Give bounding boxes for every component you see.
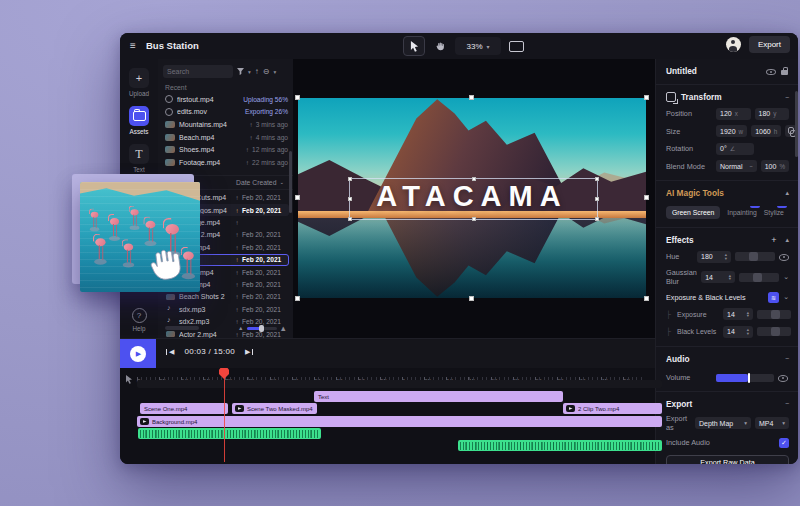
library-scrollbar[interactable] [289,151,292,213]
horizontal-scrollbar[interactable] [165,326,199,330]
collapse-icon[interactable]: − [785,94,789,101]
zoom-slider[interactable] [247,327,277,330]
playhead[interactable] [219,368,229,464]
slider-handle[interactable] [771,310,780,319]
ai-tool-button[interactable]: Inpainting [727,206,756,219]
export-container-select[interactable]: MP4▾ [755,417,789,429]
size-width-input[interactable]: 1920w [716,125,747,137]
slider-handle[interactable] [753,273,762,282]
recent-item[interactable]: Footage.mp4 ↑ 22 mins ago [165,156,288,169]
collapse-icon[interactable]: ▴ [785,189,789,197]
opacity-input[interactable]: 100% [761,160,789,172]
file-row[interactable]: Beach Shots 2 ↑ Feb 20, 2021 [164,291,289,303]
add-effect-icon[interactable]: + [771,235,776,245]
export-format-select[interactable]: Depth Map▾ [695,417,751,429]
filter-icon[interactable] [237,68,244,75]
frame-handle[interactable] [469,95,474,100]
recent-item[interactable]: Beach.mp4 ↑ 4 mins ago [165,131,288,144]
selection-handle[interactable] [472,217,476,221]
black-levels-slider[interactable] [757,327,791,336]
audio-clip[interactable] [138,428,321,439]
collapse-icon[interactable]: − [785,400,789,407]
frame-handle[interactable] [644,195,649,200]
file-row[interactable]: sdx.mp3 ↑ Feb 20, 2021 [164,303,289,315]
empty-track[interactable] [137,380,662,388]
recent-item[interactable]: Shoes.mp4 ↑ 12 mins ago [165,143,288,156]
fullscreen-button[interactable] [506,37,526,55]
recent-item[interactable]: firstout.mp4 ↑ Uploading 56% [165,93,288,106]
size-height-input[interactable]: 1060h [751,125,781,137]
slider-handle[interactable] [749,252,758,261]
blur-slider[interactable] [739,273,779,282]
sort-icon[interactable]: ⌄ [279,178,284,186]
effect-visibility-icon[interactable] [779,252,789,262]
collection-icon[interactable]: ⊖ [263,68,270,76]
ai-tool-button[interactable]: Stylize [764,206,784,219]
black-levels-input[interactable]: 14 ▴▾ [723,326,753,338]
thumbnail-zoom-control[interactable]: ▲ ▲ [238,324,287,333]
frame-handle[interactable] [644,296,649,301]
rail-item-text[interactable]: T Text [120,144,158,173]
hand-tool-button[interactable] [430,37,450,55]
volume-slider[interactable] [716,374,774,382]
exposure-slider[interactable] [757,310,791,319]
frame-handle[interactable] [644,95,649,100]
play-button[interactable]: ▶ [120,339,156,369]
clip-background[interactable]: Background.mp4 [137,416,662,427]
clip-two[interactable]: 2 Clip Two.mp4 [563,403,662,414]
clip-text[interactable]: Text [314,391,563,402]
recent-item[interactable]: Mountains.mp4 ↑ 3 mins ago [165,118,288,131]
skip-back-button[interactable]: ◀ [166,348,177,356]
hue-input[interactable]: 180 ▴▾ [697,251,731,263]
slider-handle[interactable] [771,327,780,336]
zoom-level-select[interactable]: 33% ▾ [455,37,501,55]
frame-handle[interactable] [469,296,474,301]
position-y-input[interactable]: 180y [755,108,790,120]
upload-icon[interactable]: ↑ [255,68,259,76]
help-button[interactable]: ? Help [120,308,158,332]
collection-dropdown-icon[interactable]: ▾ [273,68,276,76]
ai-tool-button[interactable]: Green Screen [666,206,720,219]
collapse-icon[interactable]: − [785,355,789,362]
selection-handle[interactable] [348,197,352,201]
blur-input[interactable]: 14 ▴▾ [701,271,735,283]
frame-handle[interactable] [295,195,300,200]
frame-handle[interactable] [295,296,300,301]
menu-icon[interactable]: ≡ [130,40,136,52]
clip-scene-two[interactable]: Scene Two Masked.mp4 [232,403,317,414]
blend-mode-select[interactable]: Normal− [716,160,757,172]
inspector-scrollbar[interactable] [795,91,798,157]
lock-icon[interactable] [781,67,789,76]
frame-handle[interactable] [295,95,300,100]
clip-scene-one[interactable]: Scene One.mp4 [140,403,228,414]
selection-handle[interactable] [595,177,599,181]
collapse-icon[interactable]: ▴ [785,236,789,244]
selection-handle[interactable] [595,217,599,221]
audio-clip[interactable] [458,440,662,451]
selection-handle[interactable] [595,197,599,201]
video-frame[interactable]: ATACAMA [298,98,646,298]
zoom-slider-handle[interactable] [259,325,264,332]
selection-handle[interactable] [472,177,476,181]
volume-handle[interactable] [748,373,751,383]
selection-handle[interactable] [348,217,352,221]
chevron-down-icon[interactable]: ⌄ [783,293,789,301]
export-raw-data-button[interactable]: Export Raw Data [666,455,789,465]
skip-forward-button[interactable]: ▶ [242,348,253,356]
column-date[interactable]: Date Created [236,179,276,186]
chevron-down-icon[interactable]: ⌄ [783,273,789,281]
search-input[interactable] [163,65,233,78]
audio-visibility-icon[interactable] [778,373,788,383]
visibility-icon[interactable] [766,66,776,76]
exposure-input[interactable]: 14 ▴▾ [723,308,753,320]
hue-slider[interactable] [735,252,775,261]
filter-dropdown-icon[interactable]: ▾ [248,68,251,76]
position-x-input[interactable]: 120x [716,108,751,120]
rail-item-assets[interactable]: Assets [120,106,158,135]
preview-canvas[interactable]: ATACAMA [293,59,655,338]
fx-badge-button[interactable]: ≋ [768,292,779,303]
export-button[interactable]: Export [749,36,790,53]
rotation-input[interactable]: 0°∠ [716,143,754,155]
timeline[interactable]: 0s05101520253035404550551m05101520253035… [120,368,655,464]
text-selection-box[interactable] [349,178,598,220]
